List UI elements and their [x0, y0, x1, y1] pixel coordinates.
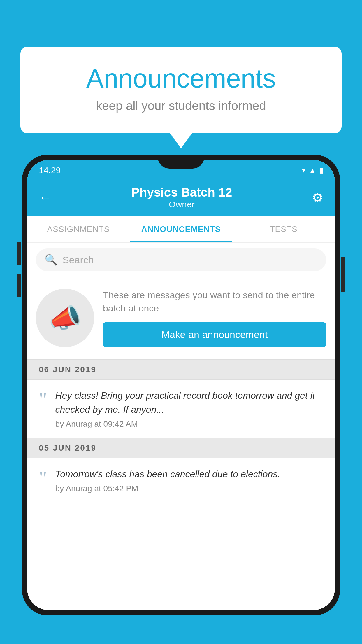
date-header-2: 05 JUN 2019 [27, 438, 335, 458]
announcement-text-1: Hey class! Bring your practical record b… [55, 388, 323, 416]
tab-bar: ASSIGNMENTS ANNOUNCEMENTS TESTS [27, 216, 335, 243]
volume-up-button [17, 242, 21, 265]
speech-bubble-section: Announcements keep all your students inf… [20, 47, 342, 133]
search-input[interactable]: Search [62, 254, 94, 266]
announcement-meta-1: by Anurag at 09:42 AM [55, 419, 323, 429]
date-header-1: 06 JUN 2019 [27, 359, 335, 380]
settings-icon[interactable]: ⚙ [312, 190, 323, 205]
status-time: 14:29 [39, 165, 61, 175]
tab-announcements[interactable]: ANNOUNCEMENTS [130, 216, 232, 242]
volume-down-button [17, 274, 21, 298]
announcement-meta-2: by Anurag at 05:42 PM [55, 484, 323, 493]
phone-notch [158, 155, 204, 169]
announcement-content-1: Hey class! Bring your practical record b… [55, 388, 323, 429]
wifi-icon: ▾ [302, 166, 305, 174]
prompt-right: These are messages you want to send to t… [103, 289, 326, 347]
prompt-description: These are messages you want to send to t… [103, 289, 326, 315]
power-button [341, 257, 345, 292]
quote-mark-icon-2: " [39, 468, 47, 489]
battery-icon: ▮ [319, 166, 323, 174]
announcement-item-2: " Tomorrow's class has been cancelled du… [27, 458, 335, 502]
search-bar[interactable]: 🔍 Search [36, 249, 326, 271]
tab-tests[interactable]: TESTS [232, 216, 335, 242]
megaphone-icon: 📣 [49, 303, 81, 333]
make-announcement-button[interactable]: Make an announcement [103, 322, 326, 347]
bubble-subtitle: keep all your students informed [44, 99, 318, 113]
bubble-title: Announcements [44, 64, 318, 93]
header-title: Physics Batch 12 [52, 186, 312, 200]
app-header: ← Physics Batch 12 Owner ⚙ [27, 180, 335, 216]
search-bar-container: 🔍 Search [27, 243, 335, 277]
tab-assignments[interactable]: ASSIGNMENTS [27, 216, 130, 242]
announcement-item-1: " Hey class! Bring your practical record… [27, 380, 335, 438]
content-area: 🔍 Search 📣 These are messages you want t… [27, 243, 335, 610]
speech-bubble: Announcements keep all your students inf… [20, 47, 342, 133]
header-title-block: Physics Batch 12 Owner [52, 186, 312, 209]
announcement-text-2: Tomorrow's class has been cancelled due … [55, 467, 323, 481]
header-subtitle: Owner [52, 200, 312, 209]
status-icons: ▾ ▲ ▮ [302, 166, 323, 174]
phone-outer: 14:29 ▾ ▲ ▮ ← Physics Batch 12 Owner ⚙ [22, 155, 340, 615]
announcement-prompt: 📣 These are messages you want to send to… [27, 277, 335, 359]
announcement-content-2: Tomorrow's class has been cancelled due … [55, 467, 323, 493]
phone-screen: 14:29 ▾ ▲ ▮ ← Physics Batch 12 Owner ⚙ [27, 160, 335, 610]
phone-wrapper: 14:29 ▾ ▲ ▮ ← Physics Batch 12 Owner ⚙ [22, 155, 340, 644]
megaphone-circle: 📣 [36, 289, 94, 347]
quote-mark-icon: " [39, 390, 47, 410]
search-icon: 🔍 [45, 254, 58, 266]
signal-icon: ▲ [309, 166, 316, 174]
back-button[interactable]: ← [39, 190, 52, 205]
